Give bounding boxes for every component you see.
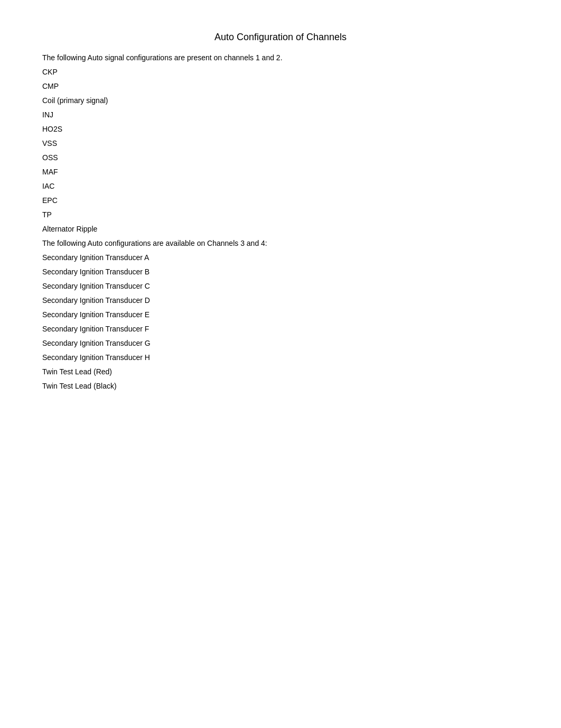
list-item: Secondary Ignition Transducer H <box>42 352 519 363</box>
list-item: Secondary Ignition Transducer E <box>42 309 519 320</box>
list-item: CKP <box>42 67 519 78</box>
list-item: Twin Test Lead (Black) <box>42 381 519 392</box>
page-container: Auto Configuration of Channels The follo… <box>0 0 561 427</box>
list-item: HO2S <box>42 124 519 135</box>
list-item: INJ <box>42 109 519 121</box>
list-item: VSS <box>42 138 519 149</box>
list-item: Secondary Ignition Transducer G <box>42 338 519 349</box>
list-item: Coil (primary signal) <box>42 95 519 106</box>
list-item: Secondary Ignition Transducer F <box>42 324 519 335</box>
list-item: Secondary Ignition Transducer C <box>42 281 519 292</box>
channels-3-4-list: Secondary Ignition Transducer ASecondary… <box>42 252 519 392</box>
list-item: IAC <box>42 181 519 192</box>
list-item: Secondary Ignition Transducer A <box>42 252 519 263</box>
list-item: Secondary Ignition Transducer D <box>42 295 519 306</box>
channels-1-2-list: CKPCMPCoil (primary signal)INJHO2SVSSOSS… <box>42 67 519 235</box>
list-item: TP <box>42 209 519 220</box>
intro-text-1: The following Auto signal configurations… <box>42 52 519 63</box>
list-item: Secondary Ignition Transducer B <box>42 266 519 278</box>
list-item: CMP <box>42 81 519 92</box>
list-item: EPC <box>42 195 519 206</box>
intro-text-2: The following Auto configurations are av… <box>42 238 519 249</box>
list-item: Alternator Ripple <box>42 224 519 235</box>
page-title: Auto Configuration of Channels <box>42 32 519 43</box>
list-item: OSS <box>42 152 519 163</box>
list-item: Twin Test Lead (Red) <box>42 366 519 377</box>
list-item: MAF <box>42 167 519 178</box>
